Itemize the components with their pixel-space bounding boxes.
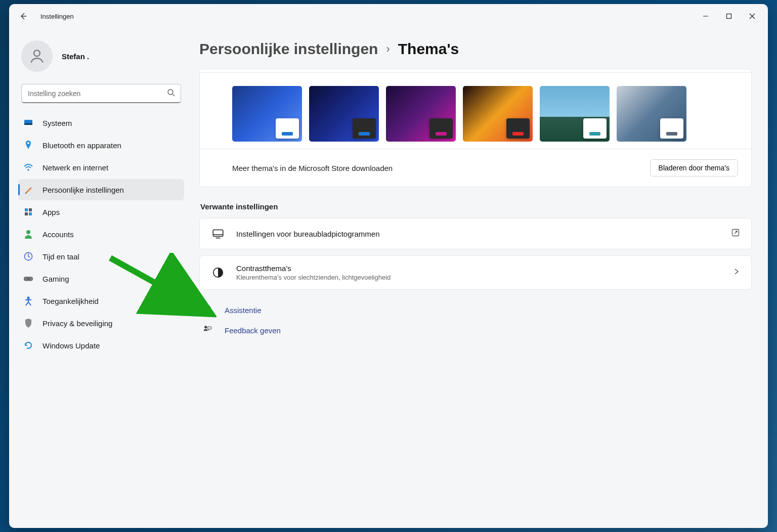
sidebar-item-windows-update[interactable]: Windows Update bbox=[18, 335, 184, 356]
theme-option-3[interactable] bbox=[463, 86, 533, 142]
svg-point-2 bbox=[168, 90, 173, 95]
user-name: Stefan . bbox=[62, 52, 89, 61]
svg-point-22 bbox=[204, 305, 210, 312]
theme-option-0[interactable] bbox=[232, 86, 302, 142]
monitor-icon bbox=[211, 227, 225, 241]
nav-icon bbox=[23, 274, 33, 284]
svg-point-17 bbox=[31, 279, 32, 280]
theme-option-5[interactable] bbox=[617, 86, 686, 142]
sidebar-item-gaming[interactable]: Gaming bbox=[18, 268, 184, 289]
sidebar-item-accounts[interactable]: Accounts bbox=[18, 224, 184, 245]
sidebar: Stefan . SysteemBluetooth en apparatenNe… bbox=[9, 28, 191, 528]
store-bar: Meer thema's in de Microsoft Store downl… bbox=[200, 149, 751, 187]
svg-rect-9 bbox=[25, 212, 28, 215]
svg-point-5 bbox=[27, 142, 29, 144]
card-sublabel: Kleurenthema's voor slechtzienden, licht… bbox=[236, 274, 722, 281]
nav-icon bbox=[23, 118, 33, 128]
help-label: Feedback geven bbox=[225, 326, 281, 335]
theme-chip bbox=[660, 118, 683, 139]
user-row[interactable]: Stefan . bbox=[18, 34, 184, 82]
contrast-themes-card[interactable]: Contrastthema's Kleurenthema's voor slec… bbox=[199, 255, 752, 290]
svg-rect-0 bbox=[727, 14, 731, 19]
svg-point-16 bbox=[30, 278, 31, 279]
nav-label: Gaming bbox=[42, 275, 69, 283]
themes-grid bbox=[200, 72, 751, 149]
sidebar-item-accessibility[interactable]: Toegankelijkheid bbox=[18, 290, 184, 312]
help-feedback[interactable]: Feedback geven bbox=[202, 320, 752, 340]
maximize-button[interactable] bbox=[717, 6, 741, 26]
nav-icon bbox=[23, 229, 33, 239]
theme-chip bbox=[276, 118, 299, 139]
settings-window: Instellingen Stefan . bbox=[9, 4, 768, 528]
svg-point-15 bbox=[25, 278, 26, 279]
nav-label: Systeem bbox=[42, 119, 72, 127]
svg-rect-4 bbox=[24, 123, 32, 125]
breadcrumb-current: Thema's bbox=[398, 40, 459, 58]
contrast-icon bbox=[211, 265, 225, 280]
theme-option-2[interactable] bbox=[386, 86, 456, 142]
search-input[interactable] bbox=[21, 84, 181, 103]
nav-icon bbox=[23, 140, 33, 150]
help-list: Assistentie Feedback geven bbox=[202, 300, 752, 340]
nav-icon bbox=[23, 251, 33, 261]
nav-label: Netwerk en internet bbox=[42, 163, 108, 172]
content: Persoonlijke instellingen › Thema's Meer… bbox=[191, 28, 768, 528]
sidebar-item-time[interactable]: Tijd en taal bbox=[18, 246, 184, 267]
nav-icon bbox=[23, 207, 33, 217]
svg-point-6 bbox=[27, 169, 29, 171]
sidebar-item-apps[interactable]: Apps bbox=[18, 201, 184, 223]
nav-label: Bluetooth en apparaten bbox=[42, 141, 121, 150]
nav-icon bbox=[23, 185, 33, 195]
card-label: Contrastthema's bbox=[236, 264, 722, 273]
theme-option-4[interactable] bbox=[540, 86, 610, 142]
sidebar-item-network[interactable]: Netwerk en internet bbox=[18, 157, 184, 178]
sidebar-item-bluetooth[interactable]: Bluetooth en apparaten bbox=[18, 135, 184, 156]
theme-option-1[interactable] bbox=[309, 86, 379, 142]
chevron-right-icon: › bbox=[386, 42, 390, 56]
help-assistance[interactable]: Assistentie bbox=[202, 300, 752, 320]
titlebar: Instellingen bbox=[9, 4, 768, 28]
nav-icon bbox=[23, 296, 33, 306]
svg-rect-7 bbox=[25, 208, 28, 211]
nav-label: Accounts bbox=[42, 230, 74, 239]
sidebar-item-system[interactable]: Systeem bbox=[18, 112, 184, 134]
theme-chip bbox=[583, 118, 607, 139]
avatar bbox=[21, 40, 53, 72]
chevron-right-icon bbox=[733, 268, 740, 277]
sidebar-item-privacy[interactable]: Privacy & beveiliging bbox=[18, 313, 184, 334]
nav-icon bbox=[23, 318, 33, 328]
svg-point-18 bbox=[27, 297, 30, 299]
search-icon bbox=[167, 88, 175, 99]
help-icon bbox=[202, 304, 213, 316]
svg-rect-25 bbox=[208, 327, 211, 329]
desktop-icon-settings-card[interactable]: Instellingen voor bureaubladpictogrammen bbox=[199, 218, 752, 249]
breadcrumb: Persoonlijke instellingen › Thema's bbox=[199, 40, 752, 58]
nav-icon bbox=[23, 162, 33, 172]
browse-themes-button[interactable]: Bladeren door thema's bbox=[650, 159, 738, 176]
svg-point-13 bbox=[25, 253, 26, 254]
minimize-button[interactable] bbox=[694, 6, 717, 26]
feedback-icon bbox=[202, 324, 213, 336]
svg-rect-19 bbox=[213, 230, 223, 236]
nav-label: Privacy & beveiliging bbox=[42, 319, 112, 328]
theme-chip bbox=[353, 118, 376, 139]
svg-point-23 bbox=[206, 310, 207, 311]
close-button[interactable] bbox=[741, 6, 764, 26]
related-title: Verwante instellingen bbox=[200, 202, 752, 211]
store-text: Meer thema's in de Microsoft Store downl… bbox=[232, 164, 393, 172]
back-button[interactable] bbox=[13, 6, 33, 26]
nav-list: SysteemBluetooth en apparatenNetwerk en … bbox=[18, 112, 184, 356]
svg-rect-8 bbox=[29, 208, 32, 211]
breadcrumb-parent[interactable]: Persoonlijke instellingen bbox=[199, 40, 378, 58]
nav-label: Tijd en taal bbox=[42, 252, 79, 261]
card-label: Instellingen voor bureaubladpictogrammen bbox=[236, 230, 720, 238]
popout-icon bbox=[731, 228, 740, 239]
help-label: Assistentie bbox=[225, 306, 262, 315]
theme-chip bbox=[506, 118, 530, 139]
svg-rect-10 bbox=[29, 212, 32, 215]
theme-chip bbox=[429, 118, 453, 139]
nav-icon bbox=[23, 340, 33, 350]
svg-point-11 bbox=[26, 230, 30, 234]
sidebar-item-personalization[interactable]: Persoonlijke instellingen bbox=[18, 179, 184, 200]
nav-label: Apps bbox=[42, 208, 60, 216]
